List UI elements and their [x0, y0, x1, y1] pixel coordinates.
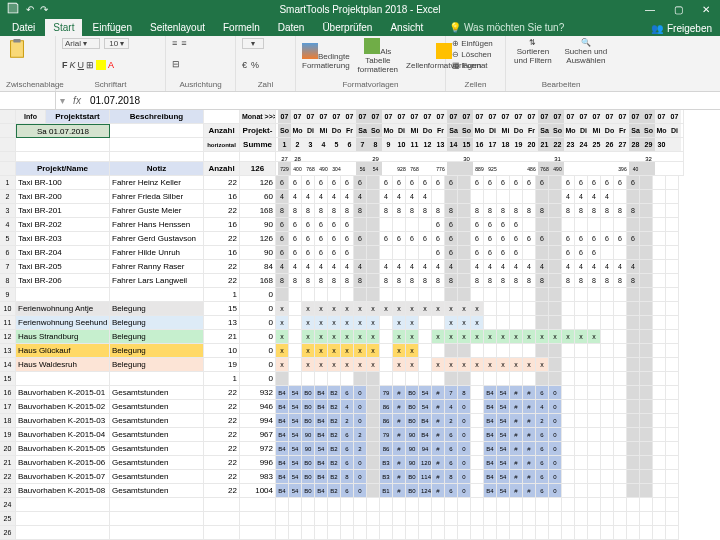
data-cell[interactable]: 4: [484, 260, 497, 274]
data-cell[interactable]: 8: [302, 274, 315, 288]
data-cell[interactable]: [562, 344, 575, 358]
data-cell[interactable]: 124: [419, 484, 432, 498]
data-cell[interactable]: 6: [497, 232, 510, 246]
data-cell[interactable]: x: [406, 344, 419, 358]
summe-cell[interactable]: 0: [240, 288, 276, 302]
day-cell[interactable]: 07: [590, 110, 603, 123]
summe-cell[interactable]: 996: [240, 456, 276, 470]
project-name[interactable]: Bauvorhaben K-2015-04: [16, 428, 110, 442]
project-name[interactable]: Taxi BR-201: [16, 204, 110, 218]
project-name[interactable]: [16, 372, 110, 386]
data-cell[interactable]: [328, 288, 341, 302]
beschreibung-header[interactable]: Beschreibung: [110, 110, 204, 124]
data-cell[interactable]: [640, 176, 653, 190]
underline-button[interactable]: U: [78, 60, 85, 70]
data-cell[interactable]: [432, 288, 445, 302]
sum-cell[interactable]: 56: [356, 162, 369, 175]
data-cell[interactable]: [523, 288, 536, 302]
data-cell[interactable]: #: [523, 484, 536, 498]
data-cell[interactable]: [653, 260, 666, 274]
sum-cell[interactable]: [603, 162, 616, 175]
data-cell[interactable]: 54: [419, 386, 432, 400]
bold-button[interactable]: F: [62, 60, 68, 70]
data-cell[interactable]: [653, 288, 666, 302]
data-cell[interactable]: [497, 302, 510, 316]
data-cell[interactable]: [588, 414, 601, 428]
data-cell[interactable]: [471, 456, 484, 470]
data-cell[interactable]: [458, 204, 471, 218]
day-cell[interactable]: 20: [525, 138, 538, 151]
data-cell[interactable]: 4: [445, 260, 458, 274]
data-cell[interactable]: [588, 484, 601, 498]
day-cell[interactable]: 19: [512, 138, 525, 151]
day-cell[interactable]: Fr: [343, 124, 356, 137]
anzahl-cell[interactable]: 13: [204, 316, 240, 330]
data-cell[interactable]: [653, 400, 666, 414]
row-num[interactable]: 11: [0, 316, 16, 330]
data-cell[interactable]: 8: [588, 274, 601, 288]
data-cell[interactable]: [653, 442, 666, 456]
data-cell[interactable]: x: [315, 302, 328, 316]
data-cell[interactable]: 8: [536, 204, 549, 218]
data-cell[interactable]: x: [328, 302, 341, 316]
day-cell[interactable]: Mi: [499, 124, 512, 137]
data-cell[interactable]: 0: [354, 414, 367, 428]
project-name[interactable]: Bauvorhaben K-2015-05: [16, 442, 110, 456]
data-cell[interactable]: [575, 414, 588, 428]
data-cell[interactable]: x: [276, 302, 289, 316]
data-cell[interactable]: 6: [484, 232, 497, 246]
data-cell[interactable]: x: [536, 358, 549, 372]
data-cell[interactable]: [458, 260, 471, 274]
data-cell[interactable]: [588, 302, 601, 316]
data-cell[interactable]: [419, 344, 432, 358]
data-cell[interactable]: [536, 190, 549, 204]
data-cell[interactable]: 4: [289, 190, 302, 204]
data-cell[interactable]: 8: [523, 204, 536, 218]
data-cell[interactable]: [367, 386, 380, 400]
data-cell[interactable]: x: [445, 316, 458, 330]
data-cell[interactable]: 4: [341, 400, 354, 414]
data-cell[interactable]: [640, 428, 653, 442]
row-num[interactable]: 21: [0, 456, 16, 470]
data-cell[interactable]: 0: [549, 442, 562, 456]
data-cell[interactable]: [601, 358, 614, 372]
summe-cell[interactable]: 168: [240, 274, 276, 288]
anzahl-cell[interactable]: 16: [204, 218, 240, 232]
row-num[interactable]: 2: [0, 190, 16, 204]
data-cell[interactable]: [614, 316, 627, 330]
data-cell[interactable]: x: [341, 302, 354, 316]
delete-button[interactable]: ⊖ Löschen: [452, 49, 499, 60]
data-cell[interactable]: #: [510, 428, 523, 442]
data-cell[interactable]: [640, 358, 653, 372]
sum-cell[interactable]: 889: [473, 162, 486, 175]
data-cell[interactable]: [432, 344, 445, 358]
row-num[interactable]: 3: [0, 204, 16, 218]
insert-button[interactable]: ⊕ Einfügen: [452, 38, 499, 49]
day-cell[interactable]: 07: [434, 110, 447, 123]
day-cell[interactable]: Di: [668, 124, 681, 137]
data-cell[interactable]: B4: [419, 414, 432, 428]
sum-cell[interactable]: [447, 162, 460, 175]
data-cell[interactable]: [640, 330, 653, 344]
percent-icon[interactable]: %: [251, 60, 259, 70]
data-cell[interactable]: 6: [536, 386, 549, 400]
data-cell[interactable]: x: [393, 302, 406, 316]
row-num[interactable]: 10: [0, 302, 16, 316]
data-cell[interactable]: 0: [549, 386, 562, 400]
data-cell[interactable]: [289, 358, 302, 372]
sum-cell[interactable]: [382, 162, 395, 175]
data-cell[interactable]: 6: [471, 246, 484, 260]
day-cell[interactable]: So: [642, 124, 655, 137]
data-cell[interactable]: 4: [432, 260, 445, 274]
day-cell[interactable]: 5: [330, 138, 343, 151]
data-cell[interactable]: [549, 358, 562, 372]
project-name[interactable]: Taxi BR-205: [16, 260, 110, 274]
data-cell[interactable]: 6: [276, 176, 289, 190]
data-cell[interactable]: 4: [276, 260, 289, 274]
anzahl-cell[interactable]: 22: [204, 204, 240, 218]
data-cell[interactable]: [380, 330, 393, 344]
fx-icon[interactable]: fx: [68, 95, 86, 106]
sum-cell[interactable]: [460, 162, 473, 175]
cond-format-button[interactable]: Bedingte Formatierung: [302, 43, 350, 70]
row-num[interactable]: 6: [0, 246, 16, 260]
